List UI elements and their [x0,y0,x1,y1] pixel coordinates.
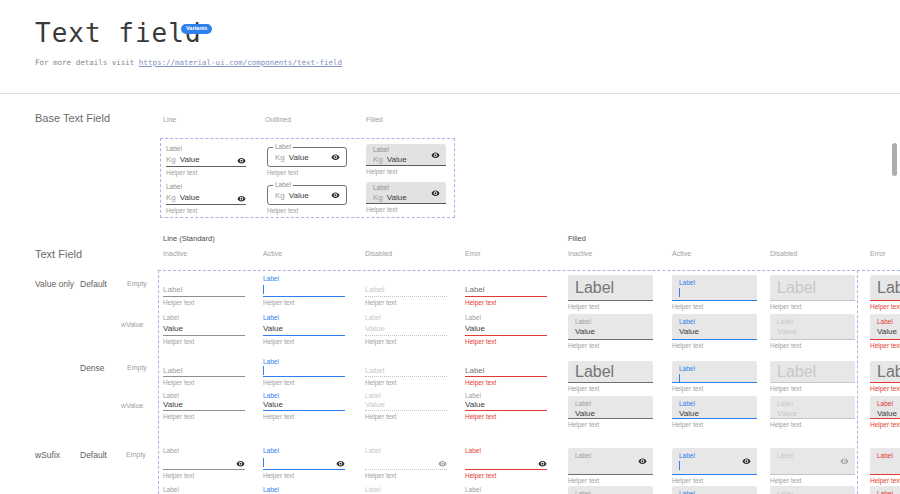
text-field-filled-disabled-wsufix-empty[interactable]: LabelHelper text [770,448,855,485]
filled-box: LabelValue [568,314,653,340]
text-field-filled-disabled-wsufix-wvalue[interactable]: LabelValueHelper text [770,486,855,494]
base-text-field-outlined[interactable]: LabelKgValueHelper text [267,144,347,177]
text-field-filled-error-dense-empty[interactable]: LabelHelper text [870,361,900,393]
text-field-line-standard-inactive-wsufix-wvalue[interactable]: LabelValueHelper text [163,485,245,494]
text-field-filled-disabled-empty[interactable]: LabelHelper text [770,275,855,311]
helper-text: Helper text [163,473,245,480]
text-field-line-standard-error-empty[interactable]: LabelHelper text [465,274,547,307]
subtitle-link[interactable]: https://material-ui.com/components/text-… [139,58,342,67]
text-field-filled-error-wsufix-wvalue[interactable]: LabelValueHelper text [870,486,900,494]
field-label: Label [777,490,793,494]
field-value-row: Label [163,284,245,296]
helper-text: Helper text [163,339,245,346]
field-underline [166,166,246,167]
base-text-field-filled[interactable]: LabelKgValueHelper text [366,144,446,176]
visibility-icon [438,460,447,467]
text-field-filled-error-dense-wvalue[interactable]: LabelValueHelper text [870,396,900,429]
field-label: Label [777,318,793,325]
text-field-line-standard-disabled-wsufix-wvalue[interactable]: LabelValueHelper text [365,485,447,494]
adornment-prefix: Kg [373,155,383,164]
base-text-field-line[interactable]: LabelKgValueHelper text [166,182,246,215]
text-field-line-standard-active-wsufix-empty[interactable]: LabelHelper text [263,446,345,480]
matrix-frame-divider [857,270,858,494]
field-underline [365,296,447,297]
field-label-row [163,358,245,366]
field-underline [465,376,547,377]
text-field-filled-inactive-empty[interactable]: LabelHelper text [568,275,653,311]
field-label-row: Label [575,451,646,460]
text-field-line-standard-error-dense-empty[interactable]: LabelHelper text [465,358,547,387]
text-field-line-standard-error-wsufix-empty[interactable]: LabelHelper text [465,446,547,480]
text-field-filled-active-dense-wvalue[interactable]: LabelValueHelper text [672,396,757,429]
text-field-line-standard-active-dense-wvalue[interactable]: LabelValueHelper text [263,392,345,421]
text-field-filled-error-wsufix-empty[interactable]: LabelHelper text [870,448,900,485]
field-value-row: Value [163,323,245,335]
text-field-filled-inactive-dense-empty[interactable]: LabelHelper text [568,361,653,393]
text-field-filled-active-wvalue[interactable]: LabelValueHelper text [672,314,757,350]
state-header-disabled: Disabled [770,250,797,257]
base-section-title: Base Text Field [35,112,110,124]
field-value-row [575,460,646,471]
field-label-row: Label [679,364,750,373]
text-field-filled-disabled-dense-wvalue[interactable]: LabelValueHelper text [770,396,855,429]
text-field-line-standard-disabled-wvalue[interactable]: LabelValueHelper text [365,313,447,346]
field-label: Label [465,314,481,321]
text-field-filled-disabled-dense-empty[interactable]: LabelHelper text [770,361,855,393]
text-field-filled-active-wsufix-wvalue[interactable]: LabelValueHelper text [672,486,757,494]
text-field-line-standard-error-wvalue[interactable]: LabelValueHelper text [465,313,547,346]
group-header-line-standard: Line (Standard) [163,234,215,243]
text-cursor [679,288,680,297]
state-header-inactive: Inactive [568,250,592,257]
text-field-line-standard-disabled-wsufix-empty[interactable]: LabelHelper text [365,446,447,480]
helper-text: Helper text [166,208,246,215]
text-field-line-standard-active-dense-empty[interactable]: LabelHelper text [263,358,345,387]
text-field-line-standard-disabled-dense-empty[interactable]: LabelHelper text [365,358,447,387]
text-field-filled-error-empty[interactable]: LabelHelper text [870,275,900,311]
text-field-filled-active-empty[interactable]: LabelHelper text [672,275,757,311]
field-underline [163,296,245,297]
text-field-line-standard-inactive-wsufix-empty[interactable]: LabelHelper text [163,446,245,480]
base-text-field-filled[interactable]: LabelKgValueHelper text [366,182,446,214]
filled-box: Label [870,275,900,301]
header-divider [0,93,900,94]
text-field-line-standard-inactive-wvalue[interactable]: LabelValueHelper text [163,313,245,346]
field-label: Label [263,314,279,321]
text-field-line-standard-inactive-empty[interactable]: LabelHelper text [163,274,245,307]
field-value-row: Value [877,408,900,419]
field-underline [365,469,447,470]
visibility-icon [742,458,751,465]
text-field-line-standard-active-wsufix-wvalue[interactable]: LabelValueHelper text [263,485,345,494]
field-value: Value [263,400,283,409]
field-value-row [877,460,900,471]
text-field-filled-active-wsufix-empty[interactable]: LabelHelper text [672,448,757,485]
helper-text: Helper text [770,343,855,350]
text-field-line-standard-inactive-dense-empty[interactable]: LabelHelper text [163,358,245,387]
text-field-filled-disabled-wvalue[interactable]: LabelValueHelper text [770,314,855,350]
field-label-row: Label [575,317,646,326]
field-label: Label [163,366,183,375]
text-field-line-standard-error-wsufix-wvalue[interactable]: LabelValueHelper text [465,485,547,494]
text-field-filled-inactive-wsufix-wvalue[interactable]: LabelValueHelper text [568,486,653,494]
base-text-field-outlined[interactable]: LabelKgValueHelper text [267,182,347,215]
field-value: Value [877,409,897,418]
text-field-line-standard-inactive-dense-wvalue[interactable]: LabelValueHelper text [163,392,245,421]
row-label-wsufix: wSufix [35,450,60,460]
text-field-line-standard-active-wvalue[interactable]: LabelValueHelper text [263,313,345,346]
visibility-icon [538,460,547,467]
field-label: Label [365,314,381,321]
scrollbar-thumb[interactable] [892,143,897,176]
text-field-filled-active-dense-empty[interactable]: LabelHelper text [672,361,757,393]
text-field-filled-inactive-dense-wvalue[interactable]: LabelValueHelper text [568,396,653,429]
text-field-line-standard-disabled-dense-wvalue[interactable]: LabelValueHelper text [365,392,447,421]
field-underline [163,410,245,411]
text-field-filled-inactive-wvalue[interactable]: LabelValueHelper text [568,314,653,350]
helper-text: Helper text [770,478,855,485]
text-field-line-standard-active-empty[interactable]: LabelHelper text [263,274,345,307]
text-field-line-standard-disabled-empty[interactable]: LabelHelper text [365,274,447,307]
text-field-filled-inactive-wsufix-empty[interactable]: LabelHelper text [568,448,653,485]
text-field-line-standard-error-dense-wvalue[interactable]: LabelValueHelper text [465,392,547,421]
base-text-field-line[interactable]: LabelKgValueHelper text [166,144,246,177]
text-field-filled-error-wvalue[interactable]: LabelValueHelper text [870,314,900,350]
helper-text: Helper text [465,414,547,421]
helper-text: Helper text [365,300,447,307]
